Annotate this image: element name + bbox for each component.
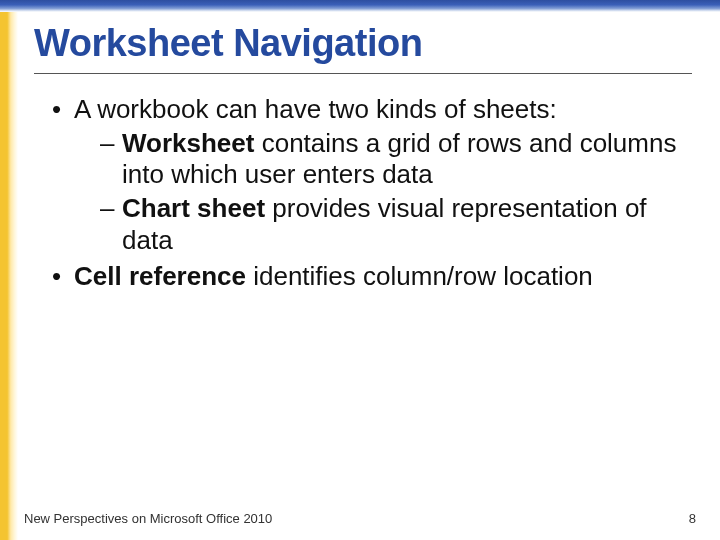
sub-bold: Chart sheet: [122, 193, 265, 223]
sub-item: Worksheet contains a grid of rows and co…: [100, 128, 692, 191]
sub-list: Worksheet contains a grid of rows and co…: [74, 128, 692, 257]
body-text: A workbook can have two kinds of sheets:…: [34, 94, 692, 292]
top-accent-bar: [0, 0, 720, 12]
bullet-bold: Cell reference: [74, 261, 246, 291]
bullet-text: A workbook can have two kinds of sheets:: [74, 94, 557, 124]
footer-left: New Perspectives on Microsoft Office 201…: [24, 511, 272, 526]
left-accent-bar: [0, 0, 18, 540]
bullet-item: Cell reference identifies column/row loc…: [52, 261, 692, 293]
sub-bold: Worksheet: [122, 128, 254, 158]
bullet-rest: identifies column/row location: [246, 261, 593, 291]
sub-item: Chart sheet provides visual representati…: [100, 193, 692, 256]
slide-title: Worksheet Navigation: [34, 22, 692, 71]
slide-content: Worksheet Navigation A workbook can have…: [34, 22, 692, 516]
footer: New Perspectives on Microsoft Office 201…: [24, 511, 696, 526]
page-number: 8: [689, 511, 696, 526]
bullet-list: A workbook can have two kinds of sheets:…: [34, 94, 692, 292]
title-rule: [34, 73, 692, 74]
bullet-item: A workbook can have two kinds of sheets:…: [52, 94, 692, 257]
